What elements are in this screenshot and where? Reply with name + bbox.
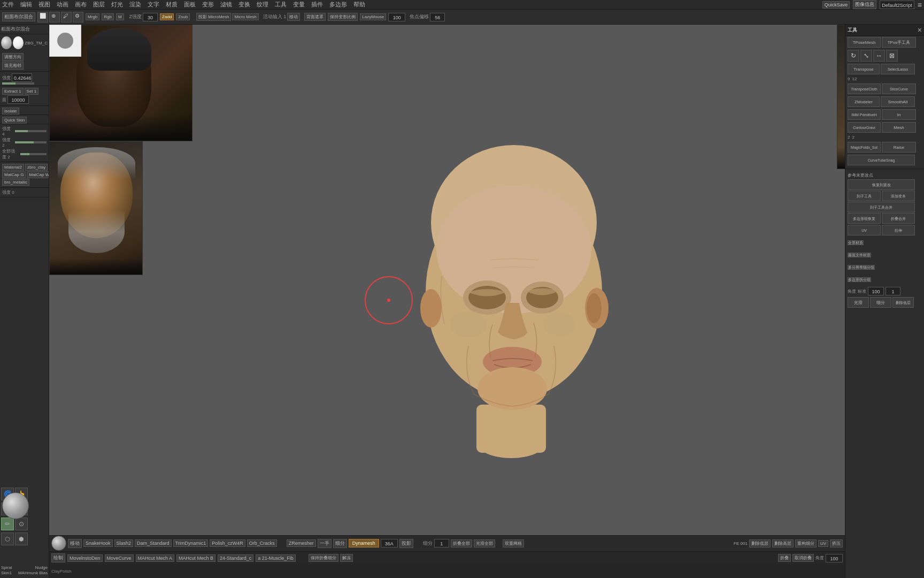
metallic-btn[interactable]: bro_metallic: [2, 179, 29, 186]
crease-multi-btn[interactable]: 多边形拆分组: [848, 277, 871, 282]
menu-material[interactable]: 材质: [166, 1, 178, 9]
angle-val[interactable]: 100: [826, 554, 843, 562]
dual-mesh-btn[interactable]: 双重网格: [503, 539, 524, 547]
main-viewport[interactable]: [49, 25, 924, 578]
menu-tool[interactable]: 工具: [275, 1, 287, 9]
move-brush-btn[interactable]: 移动: [68, 539, 82, 548]
freeze-subdiv-btn[interactable]: 保持折叠细分: [309, 554, 338, 562]
toolbar-icon-1[interactable]: ⬜: [37, 12, 48, 22]
mrgb-button[interactable]: Mrgb: [86, 13, 99, 20]
zsub-button[interactable]: Zsub: [176, 13, 190, 20]
stretch-btn[interactable]: 拉伸: [882, 225, 915, 235]
in-btn[interactable]: In: [882, 109, 916, 120]
toolbar-icon-4[interactable]: ⚙: [73, 12, 83, 22]
zintensity-value[interactable]: 30: [143, 13, 158, 21]
curvetube-btn[interactable]: CurveTubeSnag: [848, 155, 915, 165]
angle-val-right[interactable]: 100: [868, 287, 884, 295]
raise-btn[interactable]: Raise: [882, 142, 916, 153]
subdiv-btn-right[interactable]: 细分: [870, 297, 891, 308]
mat1-btn[interactable]: Material2: [2, 164, 24, 171]
poly-restore-btn[interactable]: 多边形组恢复: [848, 213, 881, 224]
dynamesh-btn[interactable]: Dynamesh: [349, 539, 379, 547]
zmodeler-btn[interactable]: ZModeler: [848, 96, 880, 107]
smooth-all-btn[interactable]: 光滑全部: [474, 539, 495, 547]
menu-polygon[interactable]: 多边形: [329, 1, 347, 9]
set1-btn[interactable]: Set 1: [25, 88, 39, 95]
tool-icon-alt[interactable]: ⊙: [15, 518, 28, 530]
menu-layer[interactable]: 图层: [93, 1, 105, 9]
menu-panel[interactable]: 面板: [184, 1, 196, 9]
imm-btn[interactable]: IMM PrimitiveH: [848, 109, 881, 120]
paint-btn[interactable]: 绘制: [51, 553, 65, 562]
pin-icon[interactable]: ⊠: [886, 50, 898, 62]
tpose-hand-btn[interactable]: TPos手工具: [882, 37, 916, 48]
merge-btn[interactable]: 到子工具合并: [848, 202, 915, 212]
multi-subdiv-btn[interactable]: 多分辨率细分组: [848, 265, 875, 270]
del-lower-btn[interactable]: 删除低层: [749, 539, 771, 547]
toolbar-icon-3[interactable]: 🖊: [61, 12, 72, 22]
mat2-btn[interactable]: MatCap G: [2, 171, 26, 178]
restore-btn[interactable]: 恢复到更改: [848, 179, 915, 190]
right-panel-close-icon[interactable]: ×: [918, 26, 922, 34]
matcap-btn[interactable]: zbro_clay: [25, 164, 48, 171]
menu-canvas[interactable]: 画布: [75, 1, 87, 9]
lazymouse-button[interactable]: LazyMouse: [360, 13, 386, 20]
crease-btn2[interactable]: 折叠: [778, 554, 791, 562]
dynamesh-res-val[interactable]: 36A: [381, 539, 398, 547]
tool-panel-toggle[interactable]: ≡: [918, 1, 922, 9]
trim-dynamic-btn[interactable]: TrimDynamic1: [173, 539, 209, 547]
full-strength-slider[interactable]: [20, 153, 47, 155]
21muscle-btn[interactable]: a 21-Muscle_Fib: [256, 554, 296, 562]
one-press-btn[interactable]: 一手: [318, 539, 332, 548]
transpose-btn[interactable]: Transpose: [848, 64, 880, 74]
focal-shift-val[interactable]: 56: [430, 13, 445, 21]
mat3-btn[interactable]: MatCap Wh: [27, 171, 49, 178]
mahcut-a-btn[interactable]: MAHcut Mech A: [136, 554, 175, 562]
move-button[interactable]: 移动: [287, 13, 300, 21]
menu-plugin[interactable]: 插件: [311, 1, 323, 9]
menu-variable[interactable]: 变量: [293, 1, 305, 9]
rgb-button[interactable]: Rgb: [102, 13, 114, 20]
uv-btn[interactable]: UV: [818, 540, 828, 547]
zremesher-btn[interactable]: ZRemesher: [287, 539, 316, 547]
crease-merge-btn[interactable]: 折叠合并: [882, 213, 915, 224]
rotate-icon[interactable]: ↻: [848, 50, 859, 62]
mahcut-b-btn[interactable]: MAHcut Mech B: [176, 554, 215, 562]
polish-btn[interactable]: Polish_czW4R: [210, 539, 245, 547]
brush-sphere[interactable]: [2, 492, 29, 519]
quicksave-button[interactable]: QuickSave: [822, 1, 850, 9]
mat-text-btn[interactable]: 最面文件材质: [848, 253, 871, 257]
reconstruct-btn[interactable]: 重构细分: [795, 539, 817, 547]
move-icon[interactable]: ↔: [873, 50, 885, 62]
mesh-btn[interactable]: Mesh: [882, 122, 916, 133]
addvar-btn[interactable]: 添加变本: [882, 191, 915, 201]
tool-icon-box[interactable]: ⬢: [15, 533, 28, 545]
projection-label[interactable]: 投影 MicroMesh: [196, 13, 231, 21]
contour-gravi-btn[interactable]: ContourGravi: [848, 122, 881, 133]
m-button[interactable]: M: [116, 13, 124, 20]
smoothall-btn[interactable]: SmoothAll: [881, 96, 915, 107]
del-higher-btn[interactable]: 删除高层: [772, 539, 794, 547]
transpose-cloth-btn[interactable]: TransposeCloth: [848, 83, 881, 94]
tpose-mesh-btn[interactable]: TPoseMesh: [848, 37, 881, 48]
subd-val[interactable]: 1: [434, 539, 449, 547]
crease-all-btn[interactable]: 折叠全部: [451, 539, 472, 547]
scale-icon[interactable]: ⤡: [860, 50, 872, 62]
mode-label[interactable]: 粗面布尔混合: [2, 12, 35, 21]
menu-render[interactable]: 渲染: [129, 1, 141, 9]
project-btn[interactable]: 投影: [399, 539, 413, 548]
menu-transform[interactable]: 变换: [238, 1, 250, 9]
half-btn[interactable]: 细分: [333, 539, 347, 548]
intensity-val[interactable]: 0.42646: [12, 73, 32, 82]
micro-mesh-label[interactable]: Micro Mesh: [232, 13, 258, 20]
slash2-btn[interactable]: Slash2: [114, 539, 134, 547]
menu-texture[interactable]: 纹理: [257, 1, 268, 9]
flat-color[interactable]: [1, 36, 12, 49]
magic-folds-btn[interactable]: MagicFolds_Sol: [848, 142, 881, 153]
script-selector[interactable]: Default2Script: [880, 1, 914, 9]
del-lower-right[interactable]: 删除低层: [892, 297, 914, 308]
intensity-slider[interactable]: [2, 82, 34, 85]
menu-deform[interactable]: 变形: [202, 1, 214, 9]
strength4-slider[interactable]: [15, 130, 47, 132]
backface-button[interactable]: 背面遮罩: [304, 13, 326, 21]
